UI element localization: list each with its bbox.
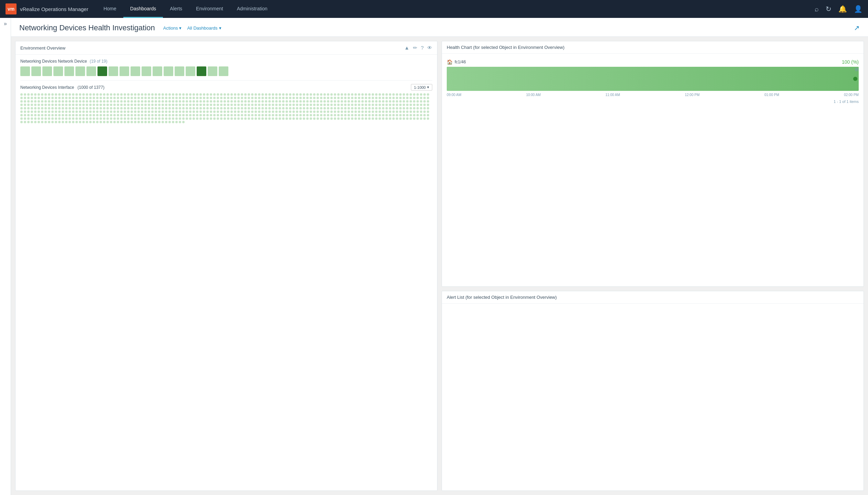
interface-dot-756[interactable] xyxy=(165,114,167,116)
interface-dot-627[interactable] xyxy=(131,110,133,113)
interface-dot-249[interactable] xyxy=(58,100,61,103)
interface-dot-7[interactable] xyxy=(44,93,47,96)
interface-dot-525[interactable] xyxy=(189,107,192,109)
interface-dot-742[interactable] xyxy=(117,114,119,116)
interface-dot-0[interactable] xyxy=(20,93,23,96)
interface-dot-792[interactable] xyxy=(289,114,291,116)
interface-dot-83[interactable] xyxy=(306,93,309,96)
interface-dot-669[interactable] xyxy=(275,110,278,113)
interface-dot-275[interactable] xyxy=(148,100,150,103)
interface-dot-106[interactable] xyxy=(385,93,388,96)
interface-dot-730[interactable] xyxy=(75,114,78,116)
interface-dot-755[interactable] xyxy=(162,114,164,116)
interface-dot-366[interactable] xyxy=(51,104,54,106)
interface-dot-429[interactable] xyxy=(268,104,271,106)
interface-dot-853[interactable] xyxy=(89,117,92,120)
interface-dot-98[interactable] xyxy=(358,93,360,96)
interface-dot-195[interactable] xyxy=(282,97,285,99)
interface-dot-102[interactable] xyxy=(372,93,374,96)
interface-dot-426[interactable] xyxy=(258,104,260,106)
interface-dot-100[interactable] xyxy=(365,93,367,96)
interface-dot-216[interactable] xyxy=(354,97,357,99)
interface-dot-140[interactable] xyxy=(93,97,95,99)
interface-dot-821[interactable] xyxy=(389,114,391,116)
interface-dot-533[interactable] xyxy=(217,107,219,109)
interface-dot-926[interactable] xyxy=(341,117,343,120)
interface-dot-320[interactable] xyxy=(303,100,305,103)
interface-dot-661[interactable] xyxy=(248,110,250,113)
interface-dot-851[interactable] xyxy=(82,117,85,120)
interface-dot-205[interactable] xyxy=(317,97,319,99)
interface-dot-276[interactable] xyxy=(151,100,154,103)
interface-dot-354[interactable] xyxy=(420,100,422,103)
interface-dot-161[interactable] xyxy=(165,97,167,99)
interface-dot-329[interactable] xyxy=(334,100,336,103)
interface-dot-113[interactable] xyxy=(410,93,412,96)
interface-dot-958[interactable] xyxy=(41,121,43,123)
device-box-3[interactable] xyxy=(53,66,63,76)
interface-dot-62[interactable] xyxy=(234,93,236,96)
interface-dot-235[interactable] xyxy=(420,97,422,99)
interface-dot-577[interactable] xyxy=(368,107,371,109)
interface-dot-520[interactable] xyxy=(172,107,174,109)
device-box-12[interactable] xyxy=(153,66,162,76)
interface-dot-5[interactable] xyxy=(38,93,40,96)
interface-dot-230[interactable] xyxy=(403,97,405,99)
interface-dot-691[interactable] xyxy=(351,110,353,113)
interface-dot-507[interactable] xyxy=(127,107,130,109)
interface-dot-273[interactable] xyxy=(141,100,143,103)
interface-dot-804[interactable] xyxy=(330,114,333,116)
interface-dot-127[interactable] xyxy=(48,97,50,99)
interface-dot-735[interactable] xyxy=(93,114,95,116)
interface-dot-655[interactable] xyxy=(227,110,229,113)
interface-dot-639[interactable] xyxy=(172,110,174,113)
interface-dot-318[interactable] xyxy=(296,100,298,103)
interface-dot-850[interactable] xyxy=(79,117,81,120)
interface-dot-250[interactable] xyxy=(62,100,64,103)
interface-dot-495[interactable] xyxy=(86,107,88,109)
device-box-11[interactable] xyxy=(142,66,151,76)
interface-dot-174[interactable] xyxy=(210,97,212,99)
interface-dot-418[interactable] xyxy=(230,104,233,106)
user-icon[interactable]: 👤 xyxy=(854,5,862,13)
interface-dot-326[interactable] xyxy=(323,100,326,103)
interface-dot-494[interactable] xyxy=(82,107,85,109)
interface-dot-974[interactable] xyxy=(96,121,99,123)
interface-dot-300[interactable] xyxy=(234,100,236,103)
interface-dot-150[interactable] xyxy=(127,97,130,99)
interface-dot-604[interactable] xyxy=(51,110,54,113)
interface-dot-779[interactable] xyxy=(244,114,247,116)
interface-dot-265[interactable] xyxy=(113,100,116,103)
interface-dot-788[interactable] xyxy=(275,114,278,116)
interface-dot-690[interactable] xyxy=(348,110,350,113)
interface-dot-257[interactable] xyxy=(86,100,88,103)
interface-dot-22[interactable] xyxy=(96,93,99,96)
interface-dot-386[interactable] xyxy=(120,104,123,106)
interface-dot-512[interactable] xyxy=(144,107,147,109)
interface-dot-259[interactable] xyxy=(93,100,95,103)
interface-dot-406[interactable] xyxy=(189,104,192,106)
interface-dot-463[interactable] xyxy=(385,104,388,106)
interface-dot-538[interactable] xyxy=(234,107,236,109)
interface-dot-296[interactable] xyxy=(220,100,223,103)
interface-dot-976[interactable] xyxy=(103,121,105,123)
nav-dashboards[interactable]: Dashboards xyxy=(123,0,163,18)
device-box-18[interactable] xyxy=(219,66,228,76)
search-icon[interactable]: ⌕ xyxy=(815,5,819,13)
interface-dot-590[interactable] xyxy=(413,107,415,109)
interface-dot-251[interactable] xyxy=(65,100,68,103)
interface-dot-540[interactable] xyxy=(241,107,243,109)
interface-dot-807[interactable] xyxy=(341,114,343,116)
interface-dot-522[interactable] xyxy=(179,107,181,109)
interface-dot-475[interactable] xyxy=(427,104,429,106)
interface-dot-961[interactable] xyxy=(51,121,54,123)
interface-dot-280[interactable] xyxy=(165,100,167,103)
interface-dot-704[interactable] xyxy=(396,110,398,113)
interface-dot-199[interactable] xyxy=(296,97,298,99)
interface-dot-561[interactable] xyxy=(313,107,316,109)
interface-dot-416[interactable] xyxy=(224,104,226,106)
interface-dot-933[interactable] xyxy=(365,117,367,120)
interface-dot-196[interactable] xyxy=(286,97,288,99)
interface-dot-754[interactable] xyxy=(158,114,161,116)
interface-dot-770[interactable] xyxy=(213,114,216,116)
